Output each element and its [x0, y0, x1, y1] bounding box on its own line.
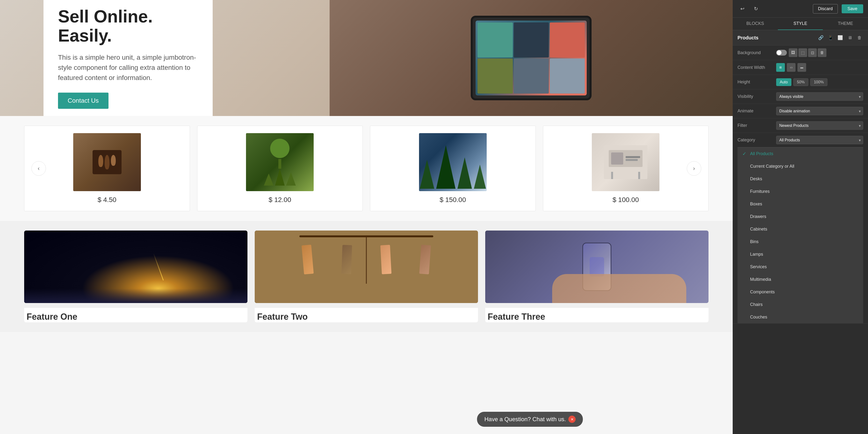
category-select-wrapper[interactable]: All Products	[776, 136, 863, 144]
mobile-icon[interactable]: 📱	[827, 34, 834, 41]
image-bg-button[interactable]: 🖼	[789, 48, 798, 57]
height-50-button[interactable]: 50%	[793, 78, 808, 86]
carousel-prev-button[interactable]: ‹	[31, 161, 46, 176]
visibility-label: Visibility	[738, 94, 776, 99]
dropdown-item-services[interactable]: ✓ Services	[738, 260, 863, 273]
tablet-mockup	[471, 16, 592, 100]
tab-blocks[interactable]: BLOCKS	[733, 18, 778, 30]
check-icon-empty: ✓	[742, 264, 747, 270]
dropdown-label: Current Category or All	[750, 164, 794, 169]
height-auto-button[interactable]: Auto	[776, 78, 792, 86]
hero-box: Sell Online. Easily. This is a simple he…	[43, 0, 213, 116]
feature-card-2[interactable]: Feature Two	[255, 230, 478, 322]
undo-button[interactable]: ↩	[738, 4, 747, 13]
height-controls: Auto 50% 100%	[776, 78, 863, 86]
panel-row-animate: Animate Disable animation	[733, 104, 868, 118]
panel-row-visibility: Visibility Always visible	[733, 89, 868, 104]
feature-card-3[interactable]: Feature Three	[485, 230, 709, 322]
panel-header: ↩ ↻ Discard Save	[733, 0, 868, 18]
category-select[interactable]: All Products	[776, 136, 863, 144]
product-price-3: $ 150.00	[439, 196, 466, 204]
dropdown-label: All Products	[750, 151, 773, 156]
carousel-next-button[interactable]: ›	[687, 161, 701, 176]
fullscreen-bg-button[interactable]: ⊡	[808, 48, 817, 57]
check-icon-empty: ✓	[742, 214, 747, 219]
tablet-screen	[475, 21, 587, 95]
chat-close-button[interactable]: ✕	[568, 415, 576, 423]
feature-label-3: Feature Three	[485, 308, 709, 322]
dropdown-item-bins[interactable]: ✓ Bins	[738, 236, 863, 248]
dropdown-label: Cabinets	[750, 227, 767, 232]
filter-select-wrapper: Newest Products	[776, 121, 863, 130]
delete-icon[interactable]: 🗑	[856, 34, 863, 41]
contact-us-button[interactable]: Contact Us	[58, 93, 108, 109]
tablet-row-1	[477, 23, 585, 58]
dropdown-item-current-category[interactable]: ✓ Current Category or All	[738, 160, 863, 173]
product-card-3[interactable]: $ 150.00	[370, 126, 536, 211]
check-icon-empty: ✓	[742, 188, 747, 194]
dropdown-item-cabinets[interactable]: ✓ Cabinets	[738, 223, 863, 236]
check-icon-empty: ✓	[742, 251, 747, 257]
split-bg-button[interactable]: ⬚	[798, 48, 807, 57]
check-icon-empty: ✓	[742, 289, 747, 295]
dropdown-item-desks[interactable]: ✓ Desks	[738, 173, 863, 185]
tab-style[interactable]: STYLE	[778, 18, 823, 30]
category-label: Category	[738, 137, 776, 143]
tablet-cell	[514, 23, 549, 58]
dropdown-item-multimedia[interactable]: ✓ Multimedia	[738, 273, 863, 286]
feature-image-2	[255, 230, 478, 303]
dropdown-item-furnitures[interactable]: ✓ Furnitures	[738, 185, 863, 198]
height-label: Height	[738, 80, 776, 85]
tablet-icon[interactable]: ⬜	[837, 34, 844, 41]
discard-button[interactable]: Discard	[813, 4, 838, 13]
content-width-narrow-button[interactable]: ⊞	[776, 63, 785, 72]
panel-header-right-actions: Discard Save	[813, 4, 863, 13]
content-width-medium-button[interactable]: ▭	[787, 63, 796, 72]
chevron-left-icon: ‹	[38, 165, 40, 172]
height-100-button[interactable]: 100%	[810, 78, 828, 86]
dropdown-item-lamps[interactable]: ✓ Lamps	[738, 248, 863, 260]
content-width-full-button[interactable]: ▬	[798, 63, 806, 72]
dropdown-item-chairs[interactable]: ✓ Chairs	[738, 298, 863, 311]
product-card-4[interactable]: $ 100.00	[543, 126, 709, 211]
feature-label-2: Feature Two	[255, 308, 478, 322]
dropdown-label: Boxes	[750, 202, 762, 207]
product-price-4: $ 100.00	[613, 196, 639, 204]
category-dropdown-list: ✓ All Products ✓ Current Category or All…	[738, 147, 863, 323]
filter-select[interactable]: Newest Products	[776, 121, 863, 130]
desktop-icon[interactable]: 🖥	[846, 34, 854, 41]
visibility-select[interactable]: Always visible	[776, 92, 863, 101]
dropdown-label: Drawers	[750, 214, 766, 219]
category-row-header: Category All Products	[738, 136, 863, 147]
chat-widget[interactable]: Have a Question? Chat with us. ✕	[477, 412, 583, 427]
link-icon[interactable]: 🔗	[817, 34, 825, 41]
content-width-controls: ⊞ ▭ ▬	[776, 63, 863, 72]
check-icon-empty: ✓	[742, 226, 747, 232]
check-icon-empty: ✓	[742, 163, 747, 169]
trash-bg-button[interactable]: 🗑	[818, 48, 827, 57]
background-toggle[interactable]	[776, 50, 787, 56]
dropdown-item-drawers[interactable]: ✓ Drawers	[738, 210, 863, 223]
dropdown-label: Couches	[750, 315, 767, 320]
product-card-2[interactable]: $ 12.00	[197, 126, 363, 211]
redo-button[interactable]: ↻	[751, 4, 761, 13]
background-label: Background	[738, 50, 776, 55]
tablet-cell	[477, 23, 513, 58]
dropdown-item-all-products[interactable]: ✓ All Products	[738, 147, 863, 160]
tab-theme[interactable]: THEME	[823, 18, 868, 30]
panel-scroll-area: Background 🖼 ⬚ ⊡ 🗑 Content Width ⊞ ▭ ▬	[733, 45, 868, 434]
dropdown-label: Furnitures	[750, 189, 770, 194]
product-image-2	[246, 133, 314, 191]
panel-row-filter: Filter Newest Products	[733, 118, 868, 133]
tablet-cell	[550, 23, 585, 58]
dropdown-item-components[interactable]: ✓ Components	[738, 286, 863, 298]
feature-image-1	[24, 230, 247, 303]
feature-card-1[interactable]: Feature One	[24, 230, 247, 322]
save-button[interactable]: Save	[842, 4, 863, 13]
dropdown-item-couches[interactable]: ✓ Couches	[738, 311, 863, 323]
panel-section-actions: 🔗 📱 ⬜ 🖥 🗑	[817, 34, 863, 41]
animate-select[interactable]: Disable animation	[776, 107, 863, 115]
check-icon-empty: ✓	[742, 176, 747, 182]
dropdown-item-boxes[interactable]: ✓ Boxes	[738, 198, 863, 210]
product-card-1[interactable]: $ 4.50	[24, 126, 190, 211]
